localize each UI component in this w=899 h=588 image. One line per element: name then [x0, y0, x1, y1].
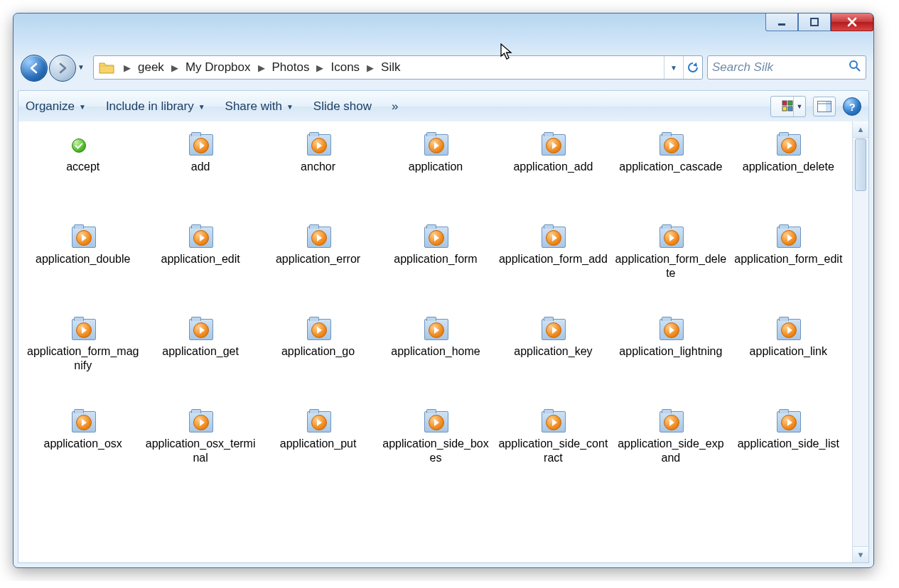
breadcrumb-segment[interactable]: geek: [135, 59, 167, 76]
file-item[interactable]: application_form_add: [495, 227, 612, 319]
file-item[interactable]: application_cascade: [612, 134, 729, 227]
breadcrumb-separator-icon: ▶: [362, 62, 378, 73]
media-folder-icon: [72, 411, 96, 432]
media-folder-icon: [72, 319, 96, 340]
file-item[interactable]: application_form_edit: [730, 227, 847, 319]
breadcrumb-separator-icon: ▶: [254, 62, 269, 73]
breadcrumb-separator-icon: ▶: [119, 62, 135, 73]
file-name: application_side_expand: [615, 437, 726, 465]
file-item[interactable]: application_go: [259, 319, 377, 411]
address-bar[interactable]: ▶geek▶My Dropbox▶Photos▶Icons▶Silk ▼: [93, 55, 703, 80]
organize-label: Organize: [26, 99, 75, 114]
file-name: application_delete: [743, 160, 834, 174]
breadcrumb-separator-icon: ▶: [312, 62, 328, 73]
file-item[interactable]: application: [377, 134, 494, 227]
folder-icon: [98, 59, 115, 76]
close-button[interactable]: [831, 13, 873, 31]
file-item[interactable]: application_side_contract: [495, 411, 612, 503]
search-input[interactable]: Search Silk: [707, 55, 866, 80]
breadcrumb-segment[interactable]: My Dropbox: [183, 59, 254, 76]
file-item[interactable]: application_double: [24, 227, 141, 319]
nav-history-dropdown[interactable]: ▼: [77, 63, 85, 71]
slide-show-button[interactable]: Slide show: [313, 99, 372, 114]
media-folder-icon: [189, 134, 213, 156]
media-folder-icon: [660, 134, 684, 156]
file-item[interactable]: add: [141, 134, 259, 227]
file-item[interactable]: application_form_magnify: [24, 319, 141, 411]
vertical-scrollbar[interactable]: ▲ ▼: [852, 121, 868, 562]
file-item[interactable]: application_form: [377, 227, 494, 319]
nav-button-cluster: ▼: [21, 53, 89, 82]
file-item[interactable]: application_get: [141, 319, 259, 411]
svg-point-2: [850, 61, 857, 68]
file-item[interactable]: application_side_boxes: [377, 411, 494, 503]
media-folder-icon: [777, 411, 801, 432]
svg-rect-4: [782, 101, 787, 105]
file-item[interactable]: application_side_expand: [612, 411, 729, 503]
maximize-button[interactable]: [798, 13, 831, 31]
forward-button[interactable]: [49, 55, 76, 82]
file-item[interactable]: application_form_delete: [612, 227, 729, 319]
file-name: application_form_edit: [734, 252, 842, 266]
file-item[interactable]: application_lightning: [612, 319, 729, 411]
media-folder-icon: [660, 227, 684, 248]
media-folder-icon: [777, 134, 801, 156]
file-item[interactable]: application_error: [259, 227, 377, 319]
share-with-menu[interactable]: Share with▼: [225, 99, 294, 114]
overflow-label: »: [392, 99, 398, 114]
media-folder-icon: [307, 319, 331, 340]
file-item[interactable]: application_put: [259, 411, 377, 503]
file-name: application_cascade: [619, 160, 722, 174]
file-name: application_side_boxes: [379, 437, 491, 465]
file-item[interactable]: application_osx: [24, 411, 141, 503]
file-item[interactable]: accept: [24, 134, 141, 227]
share-label: Share with: [225, 99, 282, 114]
file-item[interactable]: anchor: [259, 134, 377, 227]
scroll-up-button[interactable]: ▲: [853, 121, 868, 138]
file-item[interactable]: application_add: [495, 134, 612, 227]
file-item[interactable]: application_delete: [730, 134, 847, 227]
file-item[interactable]: application_edit: [141, 227, 259, 319]
svg-rect-6: [782, 107, 787, 111]
media-folder-icon: [189, 411, 213, 432]
back-button[interactable]: [21, 55, 48, 82]
svg-rect-1: [811, 18, 818, 26]
search-icon: [849, 60, 861, 76]
refresh-button[interactable]: [683, 56, 702, 79]
view-options-button[interactable]: ▼: [770, 96, 806, 117]
breadcrumb-segment[interactable]: Icons: [328, 59, 362, 76]
file-item[interactable]: application_link: [730, 319, 847, 411]
include-in-library-menu[interactable]: Include in library▼: [106, 99, 205, 114]
mouse-cursor-icon: [500, 43, 515, 62]
breadcrumb-segment[interactable]: Silk: [378, 59, 403, 76]
help-button[interactable]: ?: [843, 97, 861, 116]
media-folder-icon: [424, 319, 448, 340]
file-item[interactable]: application_side_list: [730, 411, 847, 503]
minimize-button[interactable]: [765, 13, 798, 31]
files-grid[interactable]: acceptaddanchorapplicationapplication_ad…: [18, 121, 853, 562]
media-folder-icon: [189, 227, 213, 248]
file-name: application_double: [36, 252, 130, 266]
file-item[interactable]: application_home: [377, 319, 494, 411]
scroll-thumb[interactable]: [855, 138, 866, 191]
search-placeholder: Search Silk: [712, 60, 773, 75]
preview-pane-button[interactable]: [813, 97, 836, 116]
scroll-down-button[interactable]: ▼: [853, 546, 868, 562]
breadcrumb-separator-icon: ▶: [167, 62, 183, 73]
media-folder-icon: [542, 411, 566, 432]
explorer-window: ▼ ▶geek▶My Dropbox▶Photos▶Icons▶Silk ▼ S…: [13, 13, 874, 568]
address-dropdown[interactable]: ▼: [664, 56, 683, 79]
file-name: application_link: [750, 344, 827, 359]
file-name: application_key: [514, 344, 592, 359]
organize-menu[interactable]: Organize▼: [26, 99, 86, 114]
media-folder-icon: [307, 134, 331, 156]
view-options-dropdown[interactable]: ▼: [793, 97, 805, 116]
toolbar-overflow[interactable]: »: [392, 99, 398, 114]
media-folder-icon: [542, 319, 566, 340]
breadcrumb-segment[interactable]: Photos: [269, 59, 313, 76]
file-item[interactable]: application_osx_terminal: [141, 411, 259, 503]
breadcrumb[interactable]: ▶geek▶My Dropbox▶Photos▶Icons▶Silk: [119, 59, 404, 76]
file-item[interactable]: application_key: [495, 319, 612, 411]
file-name: application_form_delete: [615, 252, 726, 281]
file-name: application_osx_terminal: [144, 437, 256, 465]
